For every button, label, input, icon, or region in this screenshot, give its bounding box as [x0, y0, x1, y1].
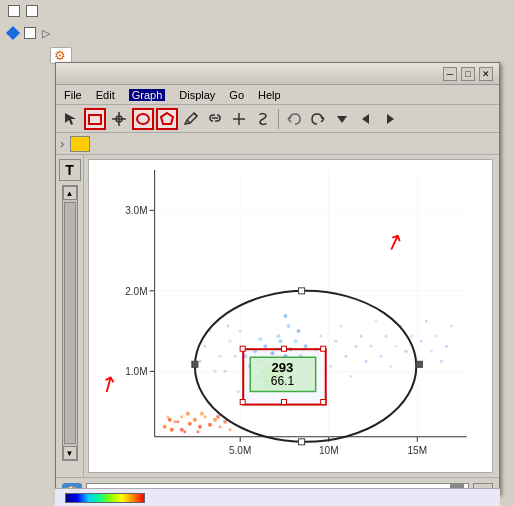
svg-point-45	[173, 420, 176, 423]
tool-ellipse-gate[interactable]	[132, 108, 154, 130]
minimize-button[interactable]: ─	[443, 67, 457, 81]
color-marker[interactable]	[70, 136, 90, 152]
svg-marker-9	[337, 116, 347, 123]
scatter-plot: 3.0M 2.0M 1.0M 5.0M 10M 15M	[88, 159, 493, 473]
svg-rect-145	[281, 400, 286, 405]
svg-point-112	[445, 345, 448, 348]
svg-point-97	[370, 345, 373, 348]
svg-point-48	[213, 418, 217, 422]
y-scrollbar[interactable]: ▲ ▼	[62, 185, 78, 461]
tool-polygon-gate[interactable]	[156, 108, 178, 130]
tool-rect-gate[interactable]	[84, 108, 106, 130]
svg-point-108	[425, 320, 428, 323]
close-button[interactable]: ✕	[479, 67, 493, 81]
toolbar-separator	[278, 109, 279, 129]
svg-rect-140	[240, 346, 245, 351]
svg-point-89	[237, 390, 240, 393]
arrow-right-button[interactable]	[379, 108, 401, 130]
maximize-button[interactable]: □	[461, 67, 475, 81]
svg-rect-138	[416, 361, 422, 367]
svg-rect-141	[240, 400, 245, 405]
svg-point-107	[420, 340, 423, 343]
arrow-left-button[interactable]	[355, 108, 377, 130]
svg-point-74	[297, 329, 301, 333]
tool-knot[interactable]	[252, 108, 274, 130]
svg-marker-11	[387, 114, 394, 124]
file-row-lsaad	[0, 0, 514, 22]
svg-point-36	[180, 415, 183, 418]
file-row-lskb: ▷	[0, 22, 514, 44]
tool-link[interactable]	[204, 108, 226, 130]
svg-point-33	[163, 425, 167, 429]
svg-rect-143	[321, 400, 326, 405]
svg-point-82	[319, 335, 322, 338]
menu-file[interactable]: File	[64, 89, 82, 101]
svg-point-91	[354, 345, 357, 348]
indent-arrow: ▷	[42, 27, 50, 40]
left-sidebar: T ▲ ▼	[56, 155, 84, 477]
svg-point-50	[200, 412, 204, 416]
svg-point-34	[176, 420, 179, 423]
undo-button[interactable]	[283, 108, 305, 130]
plot-area: 3.0M 2.0M 1.0M 5.0M 10M 15M	[84, 155, 499, 477]
arrow-down-button[interactable]	[331, 108, 353, 130]
svg-point-79	[229, 340, 232, 343]
svg-point-113	[450, 325, 453, 328]
svg-point-54	[263, 344, 267, 348]
checkbox2-lsaad[interactable]	[26, 5, 38, 17]
svg-point-102	[395, 345, 398, 348]
scroll-down-arrow[interactable]: ▼	[63, 446, 77, 460]
tool-quadrant[interactable]	[228, 108, 250, 130]
svg-point-60	[276, 334, 280, 338]
svg-point-101	[390, 365, 393, 368]
redo-button[interactable]	[307, 108, 329, 130]
svg-point-94	[214, 370, 217, 373]
svg-point-32	[168, 418, 172, 422]
svg-text:66.1: 66.1	[271, 374, 295, 388]
svg-text:2.0M: 2.0M	[125, 286, 147, 297]
count-badge: ⚙	[50, 47, 72, 64]
scroll-up-arrow[interactable]: ▲	[63, 186, 77, 200]
checkbox-lskb[interactable]	[24, 27, 36, 39]
title-buttons: ─ □ ✕	[443, 67, 493, 81]
svg-point-40	[198, 425, 202, 429]
svg-point-4	[137, 114, 149, 124]
svg-point-87	[339, 325, 342, 328]
menu-help[interactable]: Help	[258, 89, 281, 101]
flowjo-window: ─ □ ✕ File Edit Graph Display Go Help	[55, 62, 500, 494]
menu-go[interactable]: Go	[229, 89, 244, 101]
text-tool-button[interactable]: T	[59, 159, 81, 181]
secondary-toolbar: ›	[56, 133, 499, 155]
menu-bar: File Edit Graph Display Go Help	[56, 85, 499, 105]
svg-point-46	[180, 428, 184, 432]
scroll-thumb[interactable]	[64, 202, 76, 444]
svg-point-80	[234, 355, 237, 358]
expand-arrow[interactable]: ›	[60, 136, 64, 151]
svg-point-52	[229, 428, 232, 431]
menu-display[interactable]: Display	[179, 89, 215, 101]
checkbox-lsaad[interactable]	[8, 5, 20, 17]
svg-point-99	[380, 355, 383, 358]
svg-point-111	[440, 360, 443, 363]
tool-arrow[interactable]	[60, 108, 82, 130]
svg-point-78	[283, 314, 287, 318]
svg-point-98	[375, 320, 378, 323]
svg-point-84	[329, 365, 332, 368]
menu-edit[interactable]: Edit	[96, 89, 115, 101]
svg-point-109	[430, 350, 433, 353]
menu-graph[interactable]: Graph	[129, 89, 166, 101]
svg-point-93	[219, 355, 222, 358]
tool-pencil[interactable]	[180, 108, 202, 130]
svg-point-41	[203, 415, 206, 418]
svg-text:10M: 10M	[319, 445, 339, 456]
title-bar: ─ □ ✕	[56, 63, 499, 85]
svg-rect-142	[321, 346, 326, 351]
svg-point-88	[344, 355, 347, 358]
svg-point-92	[227, 325, 230, 328]
tool-crosshair[interactable]	[108, 108, 130, 130]
svg-point-71	[286, 324, 290, 328]
svg-point-70	[304, 344, 308, 348]
svg-rect-144	[281, 346, 286, 351]
svg-point-110	[435, 335, 438, 338]
svg-point-86	[239, 330, 242, 333]
